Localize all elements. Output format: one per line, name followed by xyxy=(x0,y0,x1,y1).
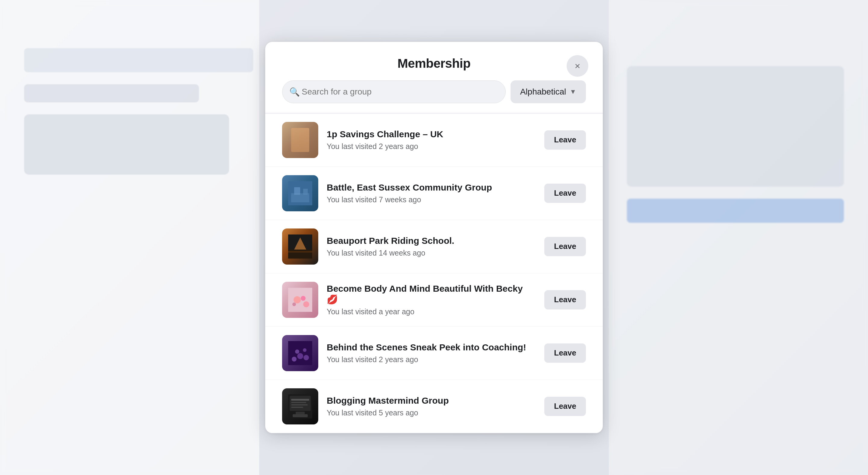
membership-modal: Membership × 🔍 Alphabetical ▼ 1p Savings… xyxy=(265,42,603,433)
svg-rect-25 xyxy=(296,412,305,414)
svg-point-12 xyxy=(303,301,309,307)
leave-button[interactable]: Leave xyxy=(544,183,586,203)
thumb-svg xyxy=(288,288,312,312)
group-thumbnail xyxy=(282,335,318,371)
group-list: 1p Savings Challenge – UK You last visit… xyxy=(265,113,603,434)
svg-point-16 xyxy=(304,355,309,360)
svg-point-15 xyxy=(297,353,303,359)
modal-header: Membership × xyxy=(265,42,603,80)
search-icon: 🔍 xyxy=(289,87,300,97)
bg-right-card xyxy=(627,66,844,186)
svg-rect-7 xyxy=(288,251,312,252)
svg-point-18 xyxy=(303,348,307,352)
svg-rect-24 xyxy=(291,407,303,408)
search-wrapper: 🔍 xyxy=(282,80,506,103)
group-item[interactable]: Behind the Scenes Sneak Peek into Coachi… xyxy=(265,327,603,380)
thumb-svg xyxy=(288,341,312,365)
group-info: Battle, East Sussex Community Group You … xyxy=(327,182,536,204)
group-last-visited: You last visited 2 years ago xyxy=(327,142,536,151)
modal-title: Membership xyxy=(398,56,470,71)
group-info: Behind the Scenes Sneak Peek into Coachi… xyxy=(327,342,536,364)
group-last-visited: You last visited a year ago xyxy=(327,307,536,316)
group-last-visited: You last visited 5 years ago xyxy=(327,408,536,417)
sort-label: Alphabetical xyxy=(520,87,566,97)
svg-rect-22 xyxy=(291,402,306,403)
group-item[interactable]: Beauport Park Riding School. You last vi… xyxy=(265,220,603,273)
group-thumbnail xyxy=(282,175,318,211)
group-thumbnail xyxy=(282,388,318,425)
thumb-svg xyxy=(288,181,312,205)
svg-rect-21 xyxy=(291,399,309,401)
group-name: Become Body And Mind Beautiful With Beck… xyxy=(327,283,536,305)
leave-button[interactable]: Leave xyxy=(544,290,586,309)
svg-rect-20 xyxy=(290,396,311,411)
svg-rect-5 xyxy=(288,249,312,259)
svg-point-9 xyxy=(293,296,301,303)
group-info: Blogging Mastermind Group You last visit… xyxy=(327,395,536,417)
group-last-visited: You last visited 7 weeks ago xyxy=(327,195,536,204)
leave-button[interactable]: Leave xyxy=(544,397,586,416)
svg-rect-2 xyxy=(294,187,300,195)
group-info: Become Body And Mind Beautiful With Beck… xyxy=(327,283,536,316)
leave-button[interactable]: Leave xyxy=(544,130,586,149)
svg-point-17 xyxy=(295,349,299,354)
bg-card-1 xyxy=(24,48,253,72)
thumb-svg xyxy=(288,235,312,259)
group-name: Blogging Mastermind Group xyxy=(327,395,536,406)
group-item[interactable]: Battle, East Sussex Community Group You … xyxy=(265,167,603,220)
search-input[interactable] xyxy=(282,80,506,103)
group-last-visited: You last visited 14 weeks ago xyxy=(327,249,536,258)
group-item[interactable]: 1p Savings Challenge – UK You last visit… xyxy=(265,113,603,167)
group-item[interactable]: Become Body And Mind Beautiful With Beck… xyxy=(265,273,603,327)
bg-right-blue xyxy=(627,199,844,223)
group-item[interactable]: BLOG START Blogstart Leave xyxy=(265,433,603,434)
sort-arrow-icon: ▼ xyxy=(569,88,576,96)
group-thumbnail xyxy=(282,229,318,265)
sort-button[interactable]: Alphabetical ▼ xyxy=(510,80,586,103)
svg-rect-23 xyxy=(291,404,308,405)
group-name: Behind the Scenes Sneak Peek into Coachi… xyxy=(327,342,536,353)
group-thumbnail xyxy=(282,282,318,318)
thumb-svg xyxy=(288,394,312,418)
svg-point-14 xyxy=(292,357,297,362)
group-name: Beauport Park Riding School. xyxy=(327,235,536,246)
group-last-visited: You last visited 2 years ago xyxy=(327,355,536,364)
leave-button[interactable]: Leave xyxy=(544,237,586,256)
close-button[interactable]: × xyxy=(567,55,588,77)
bg-card-2 xyxy=(24,84,199,102)
search-sort-row: 🔍 Alphabetical ▼ xyxy=(265,80,603,113)
svg-point-11 xyxy=(292,303,296,306)
group-info: 1p Savings Challenge – UK You last visit… xyxy=(327,129,536,151)
bg-card-3 xyxy=(24,114,229,175)
group-thumbnail xyxy=(282,122,318,158)
group-info: Beauport Park Riding School. You last vi… xyxy=(327,235,536,258)
group-item[interactable]: Blogging Mastermind Group You last visit… xyxy=(265,380,603,433)
svg-point-10 xyxy=(301,296,306,301)
svg-rect-26 xyxy=(293,414,308,417)
group-name: Battle, East Sussex Community Group xyxy=(327,182,536,193)
svg-rect-3 xyxy=(303,189,308,195)
leave-button[interactable]: Leave xyxy=(544,343,586,363)
group-name: 1p Savings Challenge – UK xyxy=(327,129,536,140)
